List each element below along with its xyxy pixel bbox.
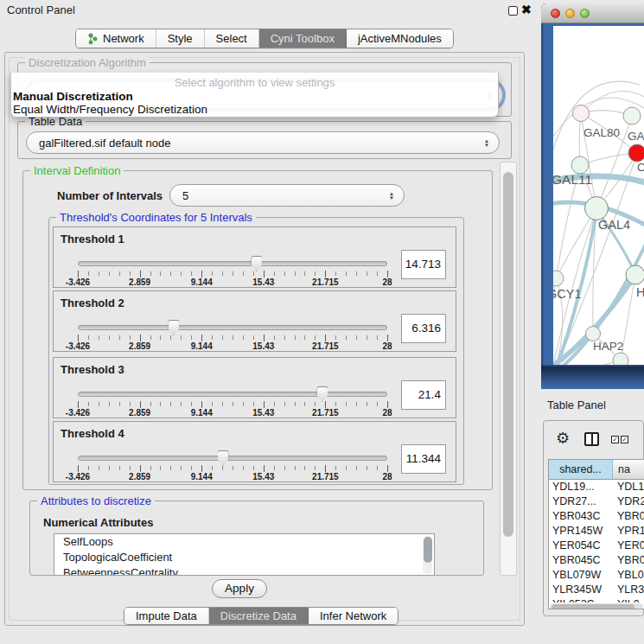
slider-scale: -3.426 2.859 9.144 15.43 21.715 28 bbox=[78, 334, 387, 349]
tick-label: 21.715 bbox=[312, 341, 339, 351]
interval-definition-group-title: Interval Definition bbox=[30, 164, 124, 177]
table-body[interactable]: YDL19...YDL1 YDR27...YDR2 YBR043CYBR0 YP… bbox=[549, 480, 644, 603]
attributes-list-scrollbar[interactable] bbox=[423, 536, 432, 574]
tick-label: 15.43 bbox=[252, 472, 274, 481]
node-h-truncated[interactable] bbox=[626, 265, 644, 284]
node-red-selected[interactable] bbox=[628, 144, 644, 162]
slider-track[interactable] bbox=[78, 456, 387, 461]
node-gal80[interactable] bbox=[573, 105, 590, 122]
apply-button[interactable]: Apply bbox=[212, 579, 267, 598]
table-row[interactable]: YBR045CYBR0 bbox=[549, 553, 644, 568]
table-row[interactable]: YBL079WYBL0 bbox=[549, 568, 644, 583]
slider-track[interactable] bbox=[78, 325, 387, 330]
table-row[interactable]: YDL19...YDL1 bbox=[549, 480, 644, 494]
tab-cyni-toolbox[interactable]: Cyni Toolbox bbox=[259, 29, 347, 48]
threshold-4-slider[interactable]: -3.426 2.859 9.144 15.43 21.715 28 bbox=[78, 450, 387, 480]
close-icon[interactable]: ✖ bbox=[521, 3, 532, 16]
table-row[interactable]: YDR27...YDR2 bbox=[549, 494, 644, 509]
cell: YER0 bbox=[613, 539, 644, 553]
table-row[interactable]: YLR345WYLR3 bbox=[549, 583, 644, 597]
slider-scale: -3.426 2.859 9.144 15.43 21.715 28 bbox=[78, 464, 387, 480]
close-traffic-light-icon[interactable] bbox=[551, 9, 560, 18]
tab-cyni-toolbox-label: Cyni Toolbox bbox=[271, 32, 335, 45]
tab-network[interactable]: Network bbox=[76, 29, 156, 48]
settings-scrollbar-thumb[interactable] bbox=[503, 172, 513, 537]
threshold-2-value[interactable]: 6.316 bbox=[401, 314, 446, 343]
attributes-group-title: Attributes to discretize bbox=[37, 494, 155, 507]
cell: YLR3 bbox=[613, 583, 644, 597]
threshold-3-label: Threshold 3 bbox=[61, 363, 124, 376]
checkbox-icon[interactable]: ✓ bbox=[621, 436, 628, 443]
threshold-1-value[interactable]: 14.713 bbox=[401, 250, 446, 279]
column-header-name[interactable]: na bbox=[613, 460, 644, 480]
tick-label: 21.715 bbox=[312, 408, 339, 418]
slider-track[interactable] bbox=[78, 392, 387, 397]
tick-label: 21.715 bbox=[312, 277, 339, 287]
node-gal11[interactable] bbox=[571, 156, 589, 174]
table-header-row: shared... na bbox=[549, 460, 644, 480]
network-window-titlebar[interactable] bbox=[541, 3, 644, 23]
tick-label: 28 bbox=[382, 472, 392, 481]
threshold-2-slider[interactable]: -3.426 2.859 9.144 15.43 21.715 28 bbox=[78, 320, 387, 349]
tab-impute-data-label: Impute Data bbox=[136, 609, 197, 622]
node-gcy1[interactable] bbox=[553, 271, 564, 286]
node-table: shared... na YDL19...YDL1 YDR27...YDR2 Y… bbox=[548, 459, 644, 609]
tab-impute-data[interactable]: Impute Data bbox=[124, 608, 209, 624]
table-row[interactable]: YPR145WYPR1 bbox=[549, 524, 644, 539]
columns-icon[interactable] bbox=[584, 432, 599, 446]
table-data-select[interactable]: galFiltered.sif default node ▲▼ bbox=[26, 131, 500, 154]
bottom-tab-bar: Impute Data Discretize Data Infer Networ… bbox=[124, 607, 399, 625]
cell: YPR1 bbox=[613, 524, 644, 539]
tick-label: -3.426 bbox=[66, 408, 90, 418]
network-view-window: GAL80 GAL C GAL11 GAL4 GCY1 HA HAP2 bbox=[541, 3, 644, 389]
dropdown-option-manual[interactable]: Manual Discretization bbox=[13, 90, 133, 103]
list-item-selfloops[interactable]: SelfLoops bbox=[54, 534, 434, 550]
tab-infer-network[interactable]: Infer Network bbox=[309, 608, 398, 624]
tick-label: 2.859 bbox=[129, 277, 150, 287]
tab-style[interactable]: Style bbox=[156, 29, 205, 48]
zoom-traffic-light-icon[interactable] bbox=[580, 9, 590, 18]
tick-label: 28 bbox=[382, 408, 392, 418]
tick-label: 15.43 bbox=[252, 277, 274, 287]
attributes-list-scrollbar-thumb[interactable] bbox=[424, 537, 432, 563]
node-gal-truncated[interactable] bbox=[623, 107, 641, 124]
float-window-icon[interactable] bbox=[508, 6, 518, 16]
gear-icon[interactable]: ⚙ bbox=[556, 429, 570, 448]
dropdown-option-equal-width[interactable]: Equal Width/Frequency Discretization bbox=[13, 103, 207, 116]
tick-label: 9.144 bbox=[191, 341, 213, 351]
table-horizontal-scrollbar-thumb[interactable] bbox=[552, 604, 634, 610]
label-hap2: HAP2 bbox=[593, 340, 623, 353]
node-bottom-partial[interactable] bbox=[613, 353, 628, 365]
node-hap2[interactable] bbox=[586, 327, 601, 341]
table-row[interactable]: YBR043CYBR0 bbox=[549, 509, 644, 524]
minimize-traffic-light-icon[interactable] bbox=[565, 9, 575, 18]
threshold-3-value[interactable]: 21.4 bbox=[401, 380, 446, 410]
threshold-4-value[interactable]: 11.344 bbox=[401, 444, 446, 474]
column-header-shared-name[interactable]: shared... bbox=[549, 460, 613, 480]
list-item-betweennesscentrality[interactable]: BetweennessCentrality bbox=[54, 565, 434, 576]
threshold-1-slider[interactable]: -3.426 2.859 9.144 15.43 21.715 28 bbox=[78, 256, 387, 285]
tick-label: 15.43 bbox=[252, 408, 274, 418]
list-item-topologicalcoefficient[interactable]: TopologicalCoefficient bbox=[54, 550, 434, 565]
tab-select[interactable]: Select bbox=[205, 29, 259, 48]
table-row[interactable]: YIL052CYIL0 bbox=[549, 597, 644, 603]
checkbox-icon[interactable]: ✓ bbox=[611, 436, 619, 443]
table-row[interactable]: YER054CYER0 bbox=[549, 539, 644, 553]
settings-scrollbar[interactable] bbox=[500, 162, 517, 576]
node-gal4[interactable] bbox=[585, 197, 609, 220]
tab-jactivemnodules[interactable]: jActiveMNodules bbox=[347, 29, 453, 48]
slider-track[interactable] bbox=[78, 261, 387, 266]
threshold-3-slider[interactable]: -3.426 2.859 9.144 15.43 21.715 28 bbox=[78, 386, 387, 416]
minor-ticks bbox=[78, 466, 388, 470]
tick-label: -3.426 bbox=[66, 277, 90, 287]
table-horizontal-scrollbar[interactable] bbox=[550, 603, 643, 609]
tab-discretize-data[interactable]: Discretize Data bbox=[209, 608, 309, 624]
number-of-intervals-select[interactable]: 5 ▲▼ bbox=[169, 184, 405, 207]
numerical-attributes-list[interactable]: SelfLoops TopologicalCoefficient Between… bbox=[54, 533, 435, 576]
network-canvas[interactable]: GAL80 GAL C GAL11 GAL4 GCY1 HA HAP2 bbox=[553, 26, 644, 365]
algorithm-dropdown-popup: Select algorithm to view settings Manual… bbox=[10, 73, 499, 118]
tab-infer-network-label: Infer Network bbox=[320, 609, 386, 622]
tab-jactivemnodules-label: jActiveMNodules bbox=[358, 32, 442, 45]
minor-ticks bbox=[78, 335, 388, 340]
slider-scale: -3.426 2.859 9.144 15.43 21.715 28 bbox=[78, 270, 387, 285]
